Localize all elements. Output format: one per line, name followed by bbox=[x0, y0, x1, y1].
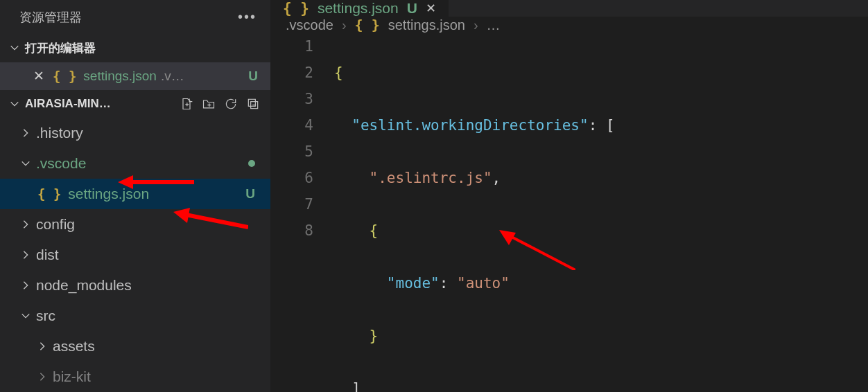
chevron-down-icon bbox=[10, 99, 25, 109]
project-actions bbox=[179, 96, 270, 112]
code-token: : bbox=[440, 275, 457, 292]
git-status-badge: U bbox=[245, 186, 255, 202]
git-status-badge: U bbox=[248, 69, 258, 84]
open-editor-path: .v… bbox=[161, 69, 184, 84]
close-icon[interactable]: ✕ bbox=[32, 68, 46, 84]
folder-label: .vscode bbox=[36, 155, 86, 172]
tree-folder-node-modules[interactable]: node_modules bbox=[0, 270, 270, 301]
tree-folder-assets[interactable]: assets bbox=[0, 331, 270, 362]
folder-label: .history bbox=[36, 125, 83, 141]
json-file-icon: { } bbox=[37, 186, 61, 202]
git-status-badge: U bbox=[407, 0, 417, 17]
chevron-right-icon bbox=[21, 280, 36, 290]
breadcrumb-file[interactable]: settings.json bbox=[388, 17, 465, 33]
line-number: 5 bbox=[270, 139, 313, 165]
code-token: { bbox=[370, 222, 379, 239]
code-token: "auto" bbox=[457, 275, 510, 292]
open-editor-filename: settings.json bbox=[83, 69, 157, 84]
line-number: 7 bbox=[270, 191, 313, 217]
line-number: 2 bbox=[270, 60, 313, 86]
project-name: AIRASIA-MIN… bbox=[25, 97, 111, 111]
chevron-right-icon bbox=[21, 220, 36, 229]
folder-label: biz-kit bbox=[53, 368, 91, 385]
code-token: "mode" bbox=[387, 275, 440, 292]
chevron-right-icon bbox=[21, 250, 36, 260]
file-tree: .history .vscode { } settings.json U con… bbox=[0, 118, 270, 392]
line-number: 1 bbox=[270, 33, 313, 60]
chevron-right-icon: › bbox=[474, 17, 478, 33]
code-token: { bbox=[334, 64, 343, 81]
tab-settings[interactable]: { } settings.json U ✕ bbox=[270, 0, 449, 17]
new-file-icon[interactable] bbox=[179, 96, 194, 112]
chevron-right-icon bbox=[21, 128, 36, 138]
explorer-sidebar: 资源管理器 ••• 打开的编辑器 ✕ { } settings.json .v…… bbox=[0, 0, 270, 392]
folder-label: assets bbox=[53, 338, 95, 355]
code-token: } bbox=[370, 328, 379, 344]
json-file-icon: { } bbox=[355, 17, 380, 33]
tree-file-settings[interactable]: { } settings.json U bbox=[0, 179, 270, 209]
folder-label: node_modules bbox=[36, 277, 132, 294]
line-number: 6 bbox=[270, 165, 313, 191]
json-file-icon: { } bbox=[283, 0, 309, 17]
code-token: : [ bbox=[589, 117, 615, 134]
breadcrumb-folder[interactable]: .vscode bbox=[286, 17, 333, 33]
close-icon[interactable]: ✕ bbox=[426, 1, 436, 16]
code-token: "eslint.workingDirectories" bbox=[351, 117, 588, 134]
explorer-title: 资源管理器 bbox=[19, 9, 82, 26]
file-label: settings.json bbox=[68, 186, 149, 202]
line-number-gutter: 1 2 3 4 5 6 7 8 bbox=[270, 33, 334, 392]
code-content[interactable]: { "eslint.workingDirectories": [ ".eslin… bbox=[334, 33, 868, 392]
json-file-icon: { } bbox=[53, 69, 76, 84]
code-token: ".eslintrc.js" bbox=[370, 170, 492, 186]
git-modified-dot-icon bbox=[248, 160, 255, 167]
line-number: 3 bbox=[270, 86, 313, 112]
tree-folder-history[interactable]: .history bbox=[0, 118, 270, 148]
open-editors-title: 打开的编辑器 bbox=[25, 40, 96, 56]
collapse-all-icon[interactable] bbox=[245, 96, 261, 112]
chevron-right-icon bbox=[37, 341, 53, 351]
tab-filename: settings.json bbox=[318, 0, 399, 17]
editor-pane: { } settings.json U ✕ .vscode › { } sett… bbox=[270, 0, 868, 392]
chevron-down-icon bbox=[21, 311, 36, 321]
chevron-right-icon bbox=[37, 372, 53, 382]
line-number: 8 bbox=[270, 217, 313, 244]
tree-folder-src[interactable]: src bbox=[0, 301, 270, 331]
code-token: , bbox=[492, 170, 501, 186]
tree-folder-dist[interactable]: dist bbox=[0, 240, 270, 270]
project-section-header[interactable]: AIRASIA-MIN… bbox=[0, 90, 270, 118]
breadcrumb-ellipsis[interactable]: … bbox=[487, 17, 502, 33]
chevron-down-icon bbox=[10, 43, 25, 53]
line-number: 4 bbox=[270, 112, 313, 139]
explorer-more-icon[interactable]: ••• bbox=[238, 9, 257, 25]
chevron-right-icon: › bbox=[342, 17, 347, 33]
folder-label: dist bbox=[36, 247, 59, 263]
open-editors-section[interactable]: 打开的编辑器 bbox=[0, 34, 270, 62]
open-editor-item[interactable]: ✕ { } settings.json .v… U bbox=[0, 62, 270, 90]
tree-folder-config[interactable]: config bbox=[0, 209, 270, 240]
tree-folder-biz-kit[interactable]: biz-kit bbox=[0, 362, 270, 392]
refresh-icon[interactable] bbox=[223, 96, 238, 112]
folder-label: config bbox=[36, 216, 75, 233]
code-token: ] bbox=[351, 380, 361, 392]
folder-label: src bbox=[36, 308, 55, 324]
tab-bar: { } settings.json U ✕ bbox=[270, 0, 868, 17]
explorer-header: 资源管理器 ••• bbox=[0, 0, 270, 34]
new-folder-icon[interactable] bbox=[201, 96, 216, 112]
code-editor[interactable]: 1 2 3 4 5 6 7 8 { "eslint.workingDirecto… bbox=[270, 33, 868, 392]
chevron-down-icon bbox=[21, 159, 36, 168]
tree-folder-vscode[interactable]: .vscode bbox=[0, 148, 270, 179]
breadcrumb[interactable]: .vscode › { } settings.json › … bbox=[270, 17, 868, 33]
